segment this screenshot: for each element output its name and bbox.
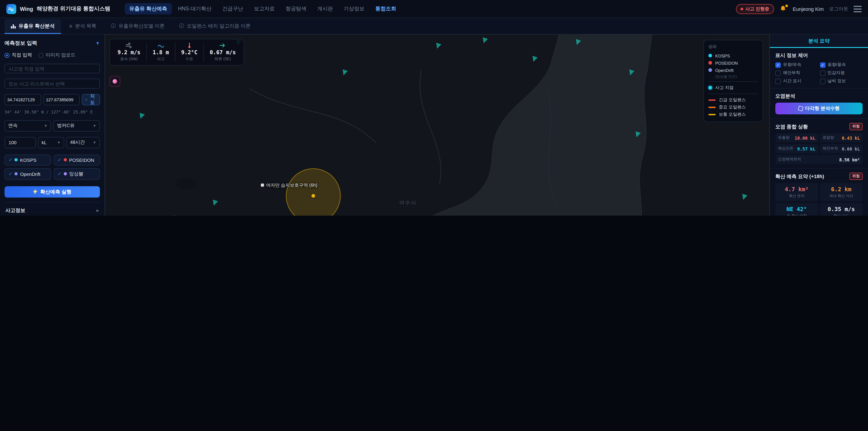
pick-on-map-button[interactable]: ↑지도	[82, 94, 100, 105]
analysis-summary-tab[interactable]: 분석 요약	[770, 34, 868, 48]
prediction-input-header[interactable]: 예측정보 입력 ▼	[4, 38, 100, 49]
analysis-summary-body: 표시 정보 제어 유향/유속 풍향/풍속	[770, 48, 868, 216]
app-logo[interactable]: Wing 해양환경 위기대응 통합시스템	[6, 4, 110, 14]
longitude-input[interactable]	[43, 94, 80, 105]
model-toggle-chip[interactable]: ✓ POSEIDON	[54, 154, 100, 165]
incident-list-input[interactable]	[4, 79, 100, 89]
display-options: 유향/유속 풍향/풍속 해안부착	[775, 62, 863, 84]
unit-select[interactable]: kL▼	[38, 137, 64, 148]
duration-select[interactable]: 48시간▼	[66, 137, 100, 148]
input-mode-radio[interactable]: 이미지 업로드	[38, 52, 75, 58]
dms-coordinates: 34° 44' 30.58" N / 127° 40' 25.89" E	[4, 110, 100, 114]
polygon-analysis-button[interactable]: 다각형 분석수행	[775, 102, 863, 114]
nav-item[interactable]: HNS·대기확산	[174, 3, 216, 14]
check-icon: ✓	[58, 157, 61, 162]
model-toggle-chip[interactable]: ✓ 앙상블	[54, 168, 100, 180]
input-mode-radio[interactable]: 직접 입력	[4, 52, 32, 58]
fence-line-icon	[708, 114, 716, 115]
weather-overlay-card: 9.2 m/s 풍속 (SW) 1.8 m 파고 9.2°C	[110, 39, 244, 65]
wave-logo-icon	[6, 4, 16, 14]
nav-item[interactable]: 통합조회	[371, 3, 401, 14]
chevron-down-icon: ▼	[95, 41, 100, 45]
current-direction-arrow	[574, 39, 581, 46]
weather-metric: 9.2°C 수온	[175, 42, 204, 62]
place-name-label: 여수시	[399, 199, 417, 206]
sub-tab[interactable]: 분석 목록	[63, 19, 103, 34]
map-annotation-label[interactable]: 여자만 습지보호구역 (6h)	[261, 182, 317, 188]
current-direction-arrow	[741, 194, 747, 201]
incident-name-input[interactable]	[4, 64, 100, 73]
oil-type-select[interactable]: 벙커C유▼	[53, 120, 100, 131]
model-toggle-chip[interactable]: ✓ KOSPS	[4, 154, 51, 165]
nav-item[interactable]: 유출유 확산예측	[125, 3, 172, 14]
spill-amount-input[interactable]	[4, 137, 36, 148]
legend-fence-entry: 보통 오일펜스	[708, 111, 758, 118]
arrow-up-icon: ↑	[85, 97, 87, 102]
app-root: Wing 해양환경 위기대응 통합시스템 유출유 확산예측 HNS·대기확산 긴…	[0, 0, 868, 216]
legend-divider	[708, 81, 758, 82]
map-area[interactable]: 9.2 m/s 풍속 (SW) 1.8 m 파고 9.2°C	[105, 34, 770, 216]
notification-bell-icon[interactable]	[779, 5, 787, 13]
latitude-input[interactable]	[4, 94, 41, 105]
status-dot-icon	[740, 7, 743, 10]
model-color-dot	[15, 172, 18, 175]
risk-badge: 위험	[849, 123, 863, 130]
display-option-checkbox[interactable]: 민감자원	[820, 70, 863, 76]
display-control-card: 표시 정보 제어 유향/유속 풍향/풍속	[770, 48, 868, 89]
pollution-stat-cell: 해안부착 0.00 kL	[820, 144, 863, 153]
checkbox-icon	[775, 62, 781, 68]
legend-fence-entry: 긴급 오일펜스	[708, 96, 758, 103]
legend-color-dot	[708, 61, 712, 65]
chevron-down-icon: ▼	[93, 124, 96, 128]
sub-tab[interactable]: 유출유 확산분석	[4, 19, 61, 34]
check-icon: ✓	[8, 171, 12, 176]
chevron-right-icon: ▸	[96, 208, 99, 213]
main-nav: 유출유 확산예측 HNS·대기확산 긴급구난 보고자료 항공탐색 게시판 기상정…	[125, 3, 401, 14]
model-chips: ✓ KOSPS ✓ POSEIDON ✓ OpenDrift	[4, 154, 100, 180]
nav-item[interactable]: 게시판	[313, 3, 337, 14]
main-content: 예측정보 입력 ▼ 직접 입력 이미지 업로드	[0, 34, 868, 216]
map-column: 9.2 m/s 풍속 (SW) 1.8 m 파고 9.2°C	[105, 34, 770, 216]
legend-model-entry: OpenDrift	[708, 66, 758, 74]
wetland-protection-zone[interactable]	[286, 168, 340, 215]
legend-incident-entry: 사고 지점	[708, 84, 758, 91]
radio-dot-icon	[38, 53, 43, 58]
display-option-checkbox[interactable]: 시간 표시	[775, 78, 818, 84]
spill-type-select[interactable]: 연속▼	[4, 120, 51, 131]
polluted-area-cell: 오염해역면적 8.56 km²	[775, 155, 863, 164]
list-icon	[69, 23, 72, 29]
nav-item[interactable]: 항공탐색	[281, 3, 311, 14]
nav-item[interactable]: 기상정보	[339, 3, 369, 14]
run-prediction-button[interactable]: 확산예측 실행	[4, 186, 100, 197]
input-mode-radios: 직접 입력 이미지 업로드	[4, 51, 100, 61]
map-style-toggle-button[interactable]	[110, 76, 120, 87]
app-title: 해양환경 위기대응 통합시스템	[37, 5, 110, 13]
poi-marker-icon	[261, 184, 264, 187]
legend-ensemble-note: (앙상블 모드)	[715, 74, 758, 79]
notification-dot	[785, 4, 788, 7]
weather-metric: 0.67 m/s 해류 (SE)	[204, 42, 242, 62]
sub-tab[interactable]: 오일펜스 배치 알고리즘 이론	[173, 19, 257, 34]
display-option-checkbox[interactable]: 날씨 정보	[820, 78, 863, 84]
sub-tab[interactable]: 유출유확산모델 이론	[104, 19, 171, 34]
user-name[interactable]: Eunjeong Kim	[793, 6, 824, 11]
display-option-checkbox[interactable]: 유향/유속	[775, 62, 818, 68]
map-legend: 범례 KOSPS POSEIDON	[704, 40, 763, 122]
display-option-checkbox[interactable]: 해안부착	[775, 70, 818, 76]
display-option-checkbox[interactable]: 풍향/풍속	[820, 62, 863, 68]
check-icon: ✓	[58, 171, 61, 176]
weather-metric: 9.2 m/s 풍속 (SW)	[112, 42, 147, 62]
nav-item[interactable]: 보고자료	[249, 3, 279, 14]
wave-icon	[158, 42, 164, 49]
legend-fence-list: 긴급 오일펜스 중요 오일펜스 보통 오일펜스	[708, 96, 758, 118]
wind-icon	[126, 42, 132, 49]
menu-hamburger-icon[interactable]	[854, 6, 862, 12]
model-toggle-chip[interactable]: ✓ OpenDrift	[4, 168, 51, 180]
logout-link[interactable]: 로그아웃	[829, 6, 848, 12]
nav-item[interactable]: 긴급구난	[218, 3, 248, 14]
collapsible-section[interactable]: 사고정보 ▸	[4, 202, 100, 215]
fence-line-icon	[708, 106, 716, 108]
forecast-metric-cell: 0.35 m/s 확산 속도	[820, 203, 863, 216]
current-icon	[219, 42, 226, 49]
checkbox-icon	[775, 70, 781, 76]
